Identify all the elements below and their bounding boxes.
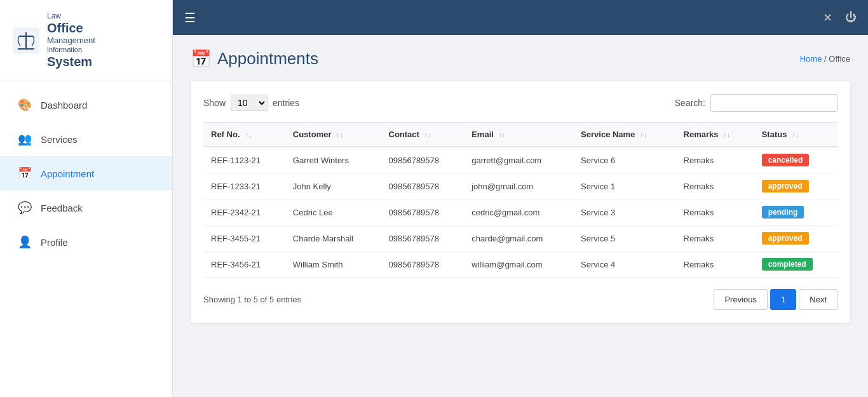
sort-ref-icon: ↑↓: [245, 131, 252, 138]
table-row: REF-1123-21 Garrett Winters 09856789578 …: [203, 147, 837, 173]
cell-ref-no: REF-2342-21: [203, 199, 285, 225]
sort-status-icon: ↑↓: [792, 131, 799, 138]
topbar: ☰ ✕ ⏻: [173, 0, 868, 35]
cell-status: approved: [754, 225, 837, 252]
cell-contact: 09856789578: [381, 173, 465, 199]
sidebar-item-dashboard[interactable]: 🎨 Dashboard: [0, 88, 172, 122]
sidebar-nav: 🎨 Dashboard 👥 Services 📅 Appointment 💬 F…: [0, 81, 172, 397]
power-icon[interactable]: ⏻: [845, 11, 857, 24]
cell-customer: John Kelly: [285, 173, 381, 199]
sidebar-item-services-label: Services: [41, 134, 78, 145]
col-customer[interactable]: Customer ↑↓: [285, 123, 381, 147]
cell-contact: 09856789578: [381, 225, 465, 252]
status-badge: approved: [762, 232, 809, 245]
status-badge: cancelled: [762, 154, 810, 166]
cell-service-name: Service 6: [573, 147, 675, 173]
col-ref-no[interactable]: Ref No. ↑↓: [203, 123, 285, 147]
cell-remarks: Remaks: [676, 173, 754, 199]
cell-customer: Garrett Winters: [285, 147, 381, 173]
table-row: REF-3455-21 Charde Marshall 09856789578 …: [203, 225, 837, 252]
cell-customer: Charde Marshall: [285, 225, 381, 252]
sidebar-item-dashboard-label: Dashboard: [41, 100, 87, 111]
sidebar-logo: Law Office Management Information System: [0, 0, 172, 81]
cell-ref-no: REF-1123-21: [203, 147, 285, 173]
cell-contact: 09856789578: [381, 199, 465, 225]
appointments-table: Ref No. ↑↓ Customer ↑↓ Contact ↑↓ Email …: [203, 122, 837, 278]
col-remarks[interactable]: Remarks ↑↓: [676, 123, 754, 147]
cell-status: approved: [754, 173, 837, 199]
cell-service-name: Service 5: [573, 225, 675, 252]
table-header-row: Ref No. ↑↓ Customer ↑↓ Contact ↑↓ Email …: [203, 123, 837, 147]
search-box: Search:: [675, 94, 837, 112]
cell-email: charde@gmail.com: [464, 225, 573, 252]
pagination: Previous 1 Next: [714, 289, 837, 310]
sidebar-item-appointment[interactable]: 📅 Appointment: [0, 156, 172, 191]
feedback-icon: 💬: [18, 201, 32, 215]
cell-ref-no: REF-1233-21: [203, 173, 285, 199]
breadcrumb: Home / Office: [800, 54, 850, 64]
page-content: 📅 Appointments Home / Office Show 10 25 …: [173, 35, 868, 397]
cell-contact: 09856789578: [381, 252, 465, 278]
table-row: REF-2342-21 Cedric Lee 09856789578 cedri…: [203, 199, 837, 225]
appointments-title: Appointments: [217, 49, 318, 69]
cell-status: completed: [754, 252, 837, 278]
logo-icon: [13, 27, 39, 54]
sort-remarks-icon: ↑↓: [723, 131, 730, 138]
sort-service-icon: ↑↓: [640, 131, 647, 138]
cell-email: john@gmail.com: [464, 173, 573, 199]
logo-text: Law Office Management Information System: [47, 11, 95, 69]
cell-email: william@gmail.com: [464, 252, 573, 278]
cell-remarks: Remaks: [676, 147, 754, 173]
status-badge: pending: [762, 206, 804, 219]
cell-email: cedric@gmail.com: [464, 199, 573, 225]
table-footer: Showing 1 to 5 of 5 entries Previous 1 N…: [203, 289, 837, 310]
sidebar-item-profile[interactable]: 👤 Profile: [0, 225, 172, 259]
appointments-card: Show 10 25 50 100 entries Search:: [191, 81, 850, 323]
logo-management: Management: [47, 36, 95, 46]
sidebar-item-appointment-label: Appointment: [41, 168, 94, 179]
page-header: 📅 Appointments Home / Office: [191, 49, 850, 69]
cell-status: pending: [754, 199, 837, 225]
search-input[interactable]: [710, 94, 837, 112]
page-title: 📅 Appointments: [191, 49, 318, 69]
sidebar-item-feedback[interactable]: 💬 Feedback: [0, 191, 172, 225]
appointments-icon: 📅: [191, 49, 211, 69]
close-icon[interactable]: ✕: [823, 11, 832, 25]
breadcrumb-home[interactable]: Home: [800, 54, 822, 64]
hamburger-icon[interactable]: ☰: [184, 10, 196, 25]
col-status[interactable]: Status ↑↓: [754, 123, 837, 147]
sidebar-item-services[interactable]: 👥 Services: [0, 122, 172, 156]
cell-customer: Cedric Lee: [285, 199, 381, 225]
cell-remarks: Remaks: [676, 199, 754, 225]
table-body: REF-1123-21 Garrett Winters 09856789578 …: [203, 147, 837, 278]
col-email[interactable]: Email ↑↓: [464, 123, 573, 147]
main-content: ☰ ✕ ⏻ 📅 Appointments Home / Office: [173, 0, 868, 397]
sidebar-item-feedback-label: Feedback: [41, 203, 83, 213]
services-icon: 👥: [18, 132, 32, 146]
sort-customer-icon: ↑↓: [336, 131, 343, 138]
logo-law: Law: [47, 11, 95, 20]
topbar-right: ✕ ⏻: [823, 11, 857, 25]
entries-select[interactable]: 10 25 50 100: [231, 95, 268, 111]
page-1-button[interactable]: 1: [770, 289, 796, 310]
search-label: Search:: [675, 98, 705, 108]
sort-contact-icon: ↑↓: [424, 131, 431, 138]
sidebar-item-profile-label: Profile: [41, 237, 68, 248]
cell-service-name: Service 3: [573, 199, 675, 225]
sort-email-icon: ↑↓: [498, 131, 505, 138]
table-row: REF-1233-21 John Kelly 09856789578 john@…: [203, 173, 837, 199]
table-controls: Show 10 25 50 100 entries Search:: [203, 94, 837, 112]
col-contact[interactable]: Contact ↑↓: [381, 123, 465, 147]
cell-remarks: Remaks: [676, 225, 754, 252]
logo-system: System: [47, 54, 95, 69]
breadcrumb-current: Office: [829, 54, 850, 64]
cell-service-name: Service 4: [573, 252, 675, 278]
status-badge: approved: [762, 180, 809, 192]
show-entries: Show 10 25 50 100 entries: [203, 95, 299, 111]
next-button[interactable]: Next: [799, 289, 837, 310]
col-service-name[interactable]: Service Name ↑↓: [573, 123, 675, 147]
cell-service-name: Service 1: [573, 173, 675, 199]
appointment-icon: 📅: [18, 166, 32, 180]
previous-button[interactable]: Previous: [714, 289, 768, 310]
profile-icon: 👤: [18, 235, 32, 249]
